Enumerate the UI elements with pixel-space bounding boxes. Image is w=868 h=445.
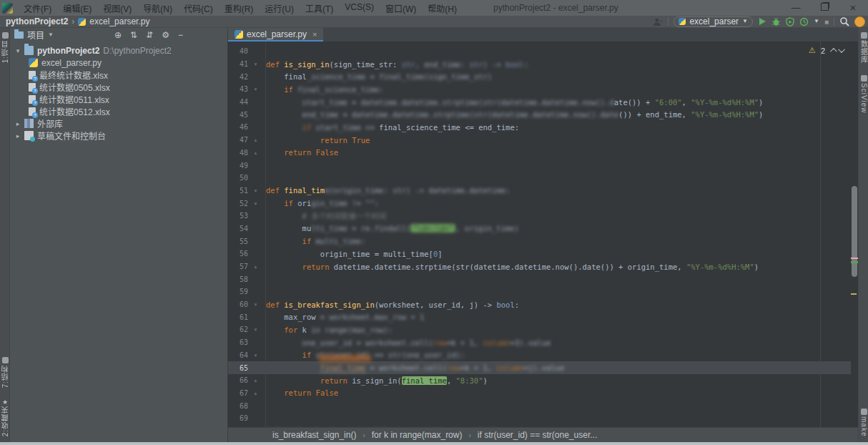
code-line[interactable]: 57▵ return datetime.datetime.strptime(st… bbox=[228, 260, 851, 273]
fold-marker-icon[interactable]: ▿ bbox=[248, 61, 263, 67]
code-line[interactable]: 46 if start_time <= final_science_time <… bbox=[228, 121, 851, 134]
line-number[interactable]: 52 bbox=[228, 200, 248, 207]
fold-marker-icon[interactable]: ▵ bbox=[248, 263, 263, 270]
fold-marker-icon[interactable]: ▵ bbox=[248, 137, 263, 143]
settings-gear-icon[interactable]: ⚙ bbox=[162, 30, 169, 40]
run-button[interactable] bbox=[758, 17, 766, 26]
code-editor[interactable]: 4041▿def is_sign_in(sign_time_str: str, … bbox=[228, 41, 858, 427]
code-line[interactable]: 50 bbox=[228, 172, 851, 185]
line-number[interactable]: 67 bbox=[228, 389, 248, 397]
code-line[interactable]: 67▵ return False bbox=[228, 387, 851, 400]
error-stripe-mark[interactable] bbox=[851, 293, 857, 295]
tree-row-group[interactable]: ▸草稿文件和控制台 bbox=[10, 129, 227, 142]
code-line[interactable]: 61 max_row = worksheet.max_row + 1 bbox=[228, 310, 851, 323]
fold-marker-icon[interactable]: ▿ bbox=[248, 352, 263, 358]
line-number[interactable]: 62 bbox=[228, 326, 248, 333]
hide-panel-icon[interactable]: − bbox=[178, 30, 183, 40]
tree-row-file[interactable]: 统计数据0505.xlsx bbox=[10, 81, 227, 93]
line-number[interactable]: 56 bbox=[228, 250, 248, 258]
fold-marker-icon[interactable]: ▿ bbox=[248, 301, 263, 308]
menu-item[interactable]: 导航(N) bbox=[138, 1, 177, 16]
menu-item[interactable]: 运行(U) bbox=[260, 1, 299, 16]
previous-problem-icon[interactable] bbox=[830, 48, 837, 55]
run-configuration-select[interactable]: excel_parser ▼ bbox=[674, 16, 753, 27]
fold-marker-icon[interactable]: ▿ bbox=[248, 200, 263, 207]
tool-window-button[interactable]: 1:项目 bbox=[0, 31, 11, 63]
menu-item[interactable]: VCS(S) bbox=[340, 1, 379, 16]
expand-all-icon[interactable]: ⇅ bbox=[130, 30, 137, 40]
error-stripe-mark[interactable] bbox=[851, 261, 858, 263]
code-line[interactable]: 56 origin_time = multi_time[0] bbox=[228, 248, 851, 260]
line-number[interactable]: 42 bbox=[228, 73, 248, 81]
nav-breadcrumb-file[interactable]: excel_parser.py bbox=[89, 16, 149, 26]
code-line[interactable]: 60▿def is_breakfast_sign_in(worksheet, u… bbox=[228, 298, 851, 311]
line-number[interactable]: 47 bbox=[228, 136, 248, 144]
fold-marker-icon[interactable]: ▿ bbox=[248, 86, 263, 92]
inspections-widget[interactable]: ⚠ 2 bbox=[809, 46, 845, 55]
menu-item[interactable]: 工具(T) bbox=[300, 1, 338, 16]
tool-window-button[interactable]: SciView bbox=[860, 74, 868, 113]
tree-row-file[interactable]: excel_parser.py bbox=[10, 57, 227, 69]
locate-file-icon[interactable]: ⊕ bbox=[114, 30, 122, 40]
code-line[interactable]: 62▿ for k in range(max_row): bbox=[228, 323, 851, 336]
menu-item[interactable]: 视图(V) bbox=[98, 1, 137, 16]
line-number[interactable]: 60 bbox=[228, 300, 248, 308]
user-icon[interactable] bbox=[653, 17, 663, 26]
line-number[interactable]: 41 bbox=[228, 60, 248, 68]
expand-caret-icon[interactable]: ▸ bbox=[14, 132, 21, 140]
code-line[interactable]: 48▵ return False bbox=[228, 147, 851, 160]
tool-window-button[interactable]: 数据库 bbox=[859, 31, 868, 64]
line-number[interactable]: 43 bbox=[228, 85, 248, 93]
close-button[interactable]: × bbox=[848, 0, 858, 16]
code-line[interactable]: 47▵ return True bbox=[228, 134, 851, 147]
line-number[interactable]: 58 bbox=[228, 275, 248, 283]
tool-window-button[interactable]: make bbox=[860, 407, 868, 436]
minimize-button[interactable]: — bbox=[791, 0, 801, 16]
code-line[interactable]: 58 bbox=[228, 273, 851, 285]
line-number[interactable]: 54 bbox=[228, 225, 248, 233]
tree-row-file[interactable]: 最终统计数据.xlsx bbox=[10, 69, 227, 81]
tool-window-button[interactable]: 7:结构 bbox=[0, 356, 11, 388]
line-number[interactable]: 66 bbox=[228, 376, 248, 384]
line-number[interactable]: 45 bbox=[228, 111, 248, 119]
menu-item[interactable]: 文件(F) bbox=[19, 1, 56, 16]
code-line[interactable]: 42 final_science_time = final_time(sign_… bbox=[228, 70, 851, 83]
tree-row-file[interactable]: 统计数据0511.xlsx bbox=[10, 93, 227, 105]
run-options-chevron-icon[interactable]: ▼ bbox=[814, 19, 819, 24]
menu-item[interactable]: 重构(R) bbox=[220, 1, 259, 16]
line-number[interactable]: 64 bbox=[228, 351, 248, 359]
nav-breadcrumb-project[interactable]: pythonProject2 bbox=[6, 16, 68, 26]
code-line[interactable]: 52▿ if origin_time != "": bbox=[228, 197, 851, 210]
line-number[interactable]: 46 bbox=[228, 123, 248, 131]
code-line[interactable]: 54 multi_time = re.findall("\d+:\d+", or… bbox=[228, 222, 851, 235]
code-line[interactable]: 51▿def final_time(origin_time: str) -> d… bbox=[228, 185, 851, 197]
code-line[interactable]: 68 bbox=[228, 399, 851, 412]
code-line[interactable]: 40 bbox=[228, 45, 851, 58]
project-panel-title[interactable]: 项目 bbox=[27, 29, 44, 41]
tree-row-root[interactable]: ▾pythonProject2D:\pythonProject2 bbox=[10, 44, 227, 57]
line-number[interactable]: 69 bbox=[228, 414, 248, 422]
fold-marker-icon[interactable]: ▵ bbox=[248, 377, 263, 383]
menu-item[interactable]: 编辑(E) bbox=[58, 1, 97, 16]
fold-marker-icon[interactable]: ▿ bbox=[248, 187, 263, 194]
line-number[interactable]: 63 bbox=[228, 338, 248, 346]
profiler-button[interactable] bbox=[799, 17, 809, 26]
fold-marker-icon[interactable]: ▵ bbox=[248, 390, 263, 396]
line-number[interactable]: 50 bbox=[228, 174, 248, 182]
line-number[interactable]: 55 bbox=[228, 238, 248, 245]
code-line[interactable]: 55 if multi_time: bbox=[228, 235, 851, 248]
line-number[interactable]: 65 bbox=[228, 364, 248, 372]
stop-button[interactable]: ■ bbox=[824, 18, 829, 26]
line-number[interactable]: 48 bbox=[228, 149, 248, 157]
tree-row-group[interactable]: ▸外部库 bbox=[10, 117, 227, 129]
collapse-all-icon[interactable]: ⇵ bbox=[146, 30, 153, 40]
error-stripe-mark[interactable] bbox=[851, 258, 858, 259]
code-line[interactable]: 53 # 多个时间取第一个时间 bbox=[228, 210, 851, 222]
breadcrumb-item[interactable]: for k in range(max_row) bbox=[372, 430, 463, 440]
code-line[interactable]: 63 one_user_id = worksheet.cell(row=k + … bbox=[228, 336, 851, 349]
tab-excel-parser[interactable]: excel_parser.py × bbox=[228, 28, 323, 41]
fold-marker-icon[interactable]: ▵ bbox=[248, 150, 263, 156]
breadcrumb-item[interactable]: if str(user_id) == str(one_user... bbox=[478, 430, 597, 440]
notification-badge-icon[interactable] bbox=[854, 16, 865, 27]
breadcrumb-item[interactable]: is_breakfast_sign_in() bbox=[272, 430, 356, 440]
